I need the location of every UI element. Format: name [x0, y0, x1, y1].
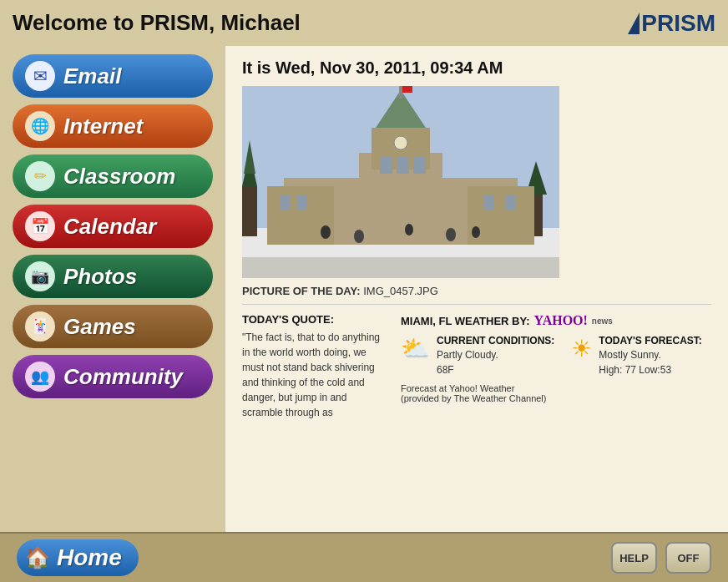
weather-forecast-note: Forecast at Yahoo! Weather(provided by T…: [401, 383, 711, 403]
current-conditions-title: CURRENT CONDITIONS:: [437, 335, 554, 347]
sidebar-item-photos[interactable]: Photos: [13, 255, 213, 298]
weather-location: MIAMI, FL WEATHER BY:: [401, 315, 530, 327]
datetime-display: It is Wed, Nov 30, 2011, 09:34 AM: [242, 58, 711, 78]
internet-label: Internet: [63, 114, 143, 139]
community-label: Community: [63, 364, 183, 390]
logo-triangle-icon: [628, 13, 640, 34]
svg-point-26: [472, 226, 480, 238]
svg-point-28: [394, 136, 407, 149]
yahoo-news-label: news: [592, 316, 613, 326]
svg-rect-19: [296, 195, 306, 210]
quote-section: TODAY'S QUOTE: "The fact is, that to do …: [242, 313, 384, 420]
svg-rect-18: [280, 195, 290, 210]
home-icon: 🏠: [25, 546, 50, 569]
forecast-range: High: 77 Low:53: [599, 364, 671, 376]
header: Welcome to PRISM, Michael PRISM: [0, 0, 728, 46]
page-title: Welcome to PRISM, Michael: [13, 10, 301, 36]
current-conditions-block: ⛅ CURRENT CONDITIONS: Partly Cloudy. 68F: [401, 335, 554, 377]
svg-point-22: [321, 225, 331, 239]
help-button[interactable]: HELP: [611, 542, 657, 574]
forecast-info: TODAY'S FORECAST: Mostly Sunny. High: 77…: [599, 335, 702, 377]
current-conditions-info: CURRENT CONDITIONS: Partly Cloudy. 68F: [437, 335, 554, 377]
svg-rect-21: [505, 195, 515, 210]
sidebar-item-games[interactable]: Games: [13, 305, 213, 348]
quote-title: TODAY'S QUOTE:: [242, 313, 384, 326]
yahoo-logo: YAHOO!: [534, 313, 588, 328]
content-area: It is Wed, Nov 30, 2011, 09:34 AM: [225, 46, 728, 532]
weather-section: MIAMI, FL WEATHER BY: YAHOO! news ⛅ CURR…: [401, 313, 711, 420]
svg-rect-15: [380, 157, 392, 174]
current-conditions-desc: Partly Cloudy.: [437, 349, 498, 361]
calendar-label: Calendar: [63, 214, 156, 240]
svg-point-25: [446, 228, 456, 241]
classroom-label: Classroom: [63, 164, 175, 190]
email-label: Email: [63, 63, 121, 89]
sidebar-item-community[interactable]: Community: [13, 355, 213, 398]
svg-rect-2: [242, 186, 257, 236]
weather-header: MIAMI, FL WEATHER BY: YAHOO! news: [401, 313, 711, 328]
weather-content: ⛅ CURRENT CONDITIONS: Partly Cloudy. 68F…: [401, 335, 711, 377]
svg-point-24: [405, 224, 413, 235]
games-label: Games: [63, 314, 136, 340]
sidebar-item-internet[interactable]: Internet: [13, 104, 213, 148]
svg-rect-20: [484, 195, 494, 210]
sidebar-item-classroom[interactable]: Classroom: [13, 154, 213, 198]
svg-rect-16: [397, 157, 409, 174]
classroom-icon: [25, 161, 55, 191]
email-icon: [25, 61, 55, 91]
footer: 🏠 Home HELP OFF: [0, 532, 728, 582]
bottom-section: TODAY'S QUOTE: "The fact is, that to do …: [242, 313, 711, 420]
sidebar-item-calendar[interactable]: 📅 Calendar: [13, 205, 213, 248]
picture-label: PICTURE OF THE DAY: IMG_0457.JPG: [242, 285, 711, 305]
parliament-image: [242, 86, 559, 278]
current-conditions-temp: 68F: [437, 364, 454, 376]
prism-logo: PRISM: [628, 10, 715, 37]
calendar-icon: 📅: [25, 211, 55, 241]
games-icon: [25, 311, 55, 342]
svg-rect-27: [242, 257, 559, 278]
sidebar-item-email[interactable]: Email: [13, 54, 213, 98]
photos-label: Photos: [63, 264, 137, 290]
sidebar: Email Internet Classroom 📅 Calendar Phot: [0, 46, 225, 532]
quote-text: "The fact is, that to do anything in the…: [242, 330, 384, 420]
svg-rect-17: [413, 157, 426, 174]
partly-cloudy-icon: ⛅: [401, 335, 430, 362]
svg-rect-13: [399, 86, 402, 99]
forecast-title: TODAY'S FORECAST:: [599, 335, 702, 347]
photo-of-day: [242, 86, 559, 278]
home-label: Home: [57, 544, 122, 571]
home-button[interactable]: 🏠 Home: [17, 539, 139, 576]
internet-icon: [25, 111, 55, 141]
sunny-icon: ☀: [571, 335, 592, 362]
off-button[interactable]: OFF: [665, 542, 711, 574]
forecast-block: ☀ TODAY'S FORECAST: Mostly Sunny. High: …: [571, 335, 702, 377]
forecast-desc: Mostly Sunny.: [599, 349, 660, 361]
svg-rect-14: [402, 86, 412, 93]
photos-icon: [25, 261, 55, 291]
main-layout: Email Internet Classroom 📅 Calendar Phot: [0, 46, 728, 532]
svg-point-23: [354, 230, 364, 243]
community-icon: [25, 362, 55, 392]
footer-right-buttons: HELP OFF: [611, 542, 711, 574]
